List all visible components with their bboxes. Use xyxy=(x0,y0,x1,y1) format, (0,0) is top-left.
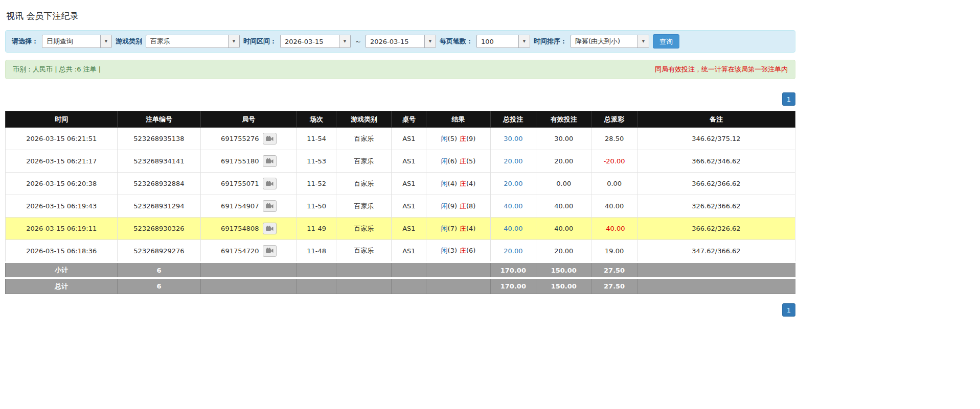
query-type-label: 请选择： xyxy=(12,37,38,46)
cell-note: 366.62/346.62 xyxy=(637,150,795,173)
video-camera-icon xyxy=(266,136,274,142)
player-result-label: 闲 xyxy=(441,157,448,165)
cell-game-type: 百家乐 xyxy=(336,218,392,240)
date-range-separator: ~ xyxy=(354,38,362,45)
player-result-label: 闲 xyxy=(441,225,448,232)
cell-game-type: 百家乐 xyxy=(336,150,392,173)
cell-payout: -20.00 xyxy=(591,150,637,173)
cell-time: 2026-03-15 06:19:43 xyxy=(6,195,118,218)
table-row: 2026-03-15 06:18:36 523268929276 6917547… xyxy=(6,240,795,262)
banker-result-score: (9) xyxy=(466,135,475,142)
cell-payout: 0.00 xyxy=(591,173,637,195)
cell-session: 11-49 xyxy=(297,218,336,240)
total-bet-link[interactable]: 40.00 xyxy=(504,225,522,232)
cell-bet-id: 523268935138 xyxy=(118,128,200,150)
cell-time: 2026-03-15 06:18:36 xyxy=(6,240,118,262)
cell-note: 347.62/366.62 xyxy=(637,240,795,262)
date-to-picker[interactable]: 2026-03-15 ▼ xyxy=(366,35,436,48)
cell-total-bet: 20.00 xyxy=(490,173,536,195)
total-bet-link[interactable]: 20.00 xyxy=(504,247,522,255)
subtotal-valid-bet: 150.00 xyxy=(536,262,591,278)
page-button-1[interactable]: 1 xyxy=(782,303,795,317)
player-result-score: (9) xyxy=(448,202,457,210)
cell-bet-id: 523268929276 xyxy=(118,240,200,262)
chevron-down-icon[interactable]: ▼ xyxy=(518,35,530,47)
chevron-down-icon[interactable]: ▼ xyxy=(637,35,649,47)
currency-summary-text: 币别：人民币 | 总共 :6 注单 | xyxy=(13,65,101,74)
game-type-combobox[interactable]: 百家乐 ▼ xyxy=(146,35,240,48)
video-replay-button[interactable] xyxy=(263,223,277,234)
cell-time: 2026-03-15 06:19:11 xyxy=(6,218,118,240)
cell-note: 346.62/375.12 xyxy=(637,128,795,150)
video-camera-icon xyxy=(266,203,274,209)
grand-total-total-bet: 170.00 xyxy=(490,278,536,294)
cell-bet-id: 523268934141 xyxy=(118,150,200,173)
total-bet-link[interactable]: 40.00 xyxy=(504,202,522,210)
cell-note: 366.62/366.62 xyxy=(637,173,795,195)
cell-session: 11-48 xyxy=(297,240,336,262)
cell-result: 闲(3)庄(6) xyxy=(426,240,490,262)
query-type-combobox[interactable]: 日期查询 ▼ xyxy=(42,35,112,48)
total-bet-link[interactable]: 20.00 xyxy=(504,157,522,165)
valid-bet-note-text: 同局有效投注，统一计算在该局第一张注单内 xyxy=(655,65,788,74)
cell-round-id: 691754907 xyxy=(200,195,297,218)
total-bet-link[interactable]: 20.00 xyxy=(504,180,522,187)
video-replay-button[interactable] xyxy=(263,178,277,189)
date-range-label: 时间区间： xyxy=(243,37,277,46)
page-size-combobox[interactable]: 100 ▼ xyxy=(476,35,530,48)
cell-total-bet: 20.00 xyxy=(490,150,536,173)
cell-total-bet: 30.00 xyxy=(490,128,536,150)
chevron-down-icon[interactable]: ▼ xyxy=(339,35,350,47)
cell-table-no: AS1 xyxy=(392,150,426,173)
header-time: 时间 xyxy=(6,111,118,128)
cell-round-id: 691755180 xyxy=(200,150,297,173)
date-from-picker[interactable]: 2026-03-15 ▼ xyxy=(280,35,351,48)
chevron-down-icon[interactable]: ▼ xyxy=(228,35,239,47)
total-bet-link[interactable]: 30.00 xyxy=(504,135,522,142)
round-id-text: 691754808 xyxy=(221,225,259,232)
cell-table-no: AS1 xyxy=(392,128,426,150)
cell-round-id: 691755276 xyxy=(200,128,297,150)
round-id-text: 691755071 xyxy=(221,180,259,187)
banker-result-label: 庄 xyxy=(460,225,466,232)
video-replay-button[interactable] xyxy=(263,200,277,212)
cell-payout: 28.50 xyxy=(591,128,637,150)
chevron-down-icon[interactable]: ▼ xyxy=(424,35,436,47)
video-camera-icon xyxy=(266,248,274,254)
empty-cell xyxy=(392,262,426,278)
page-button-1[interactable]: 1 xyxy=(782,92,795,106)
cell-result: 闲(4)庄(4) xyxy=(426,173,490,195)
search-button[interactable]: 查询 xyxy=(653,34,679,49)
round-id-text: 691755276 xyxy=(221,135,259,142)
banker-result-score: (6) xyxy=(466,247,475,254)
cell-valid-bet: 20.00 xyxy=(536,150,591,173)
banker-result-score: (8) xyxy=(466,202,475,210)
pagination-top: 1 xyxy=(5,92,795,106)
filter-bar: 请选择： 日期查询 ▼ 游戏类别 百家乐 ▼ 时间区间： 2026-03-15 … xyxy=(5,30,795,53)
empty-cell xyxy=(426,262,490,278)
chevron-down-icon[interactable]: ▼ xyxy=(100,35,111,47)
cell-valid-bet: 40.00 xyxy=(536,218,591,240)
table-row: 2026-03-15 06:21:51 523268935138 6917552… xyxy=(6,128,795,150)
video-camera-icon xyxy=(266,158,274,164)
cell-time: 2026-03-15 06:21:51 xyxy=(6,128,118,150)
banker-result-score: (5) xyxy=(466,157,475,165)
video-replay-button[interactable] xyxy=(263,155,277,167)
pagination-bottom: 1 xyxy=(5,303,795,317)
player-result-label: 闲 xyxy=(441,247,448,254)
cell-game-type: 百家乐 xyxy=(336,128,392,150)
cell-result: 闲(6)庄(5) xyxy=(426,150,490,173)
video-replay-button[interactable] xyxy=(263,245,277,257)
empty-cell xyxy=(297,262,336,278)
cell-time: 2026-03-15 06:21:17 xyxy=(6,150,118,173)
empty-cell xyxy=(200,278,297,294)
time-sort-combobox[interactable]: 降冪(由大到小) ▼ xyxy=(571,35,649,48)
header-bet-id: 注单编号 xyxy=(118,111,200,128)
time-sort-value: 降冪(由大到小) xyxy=(571,35,637,47)
video-replay-button[interactable] xyxy=(263,133,277,145)
date-to-value: 2026-03-15 xyxy=(366,35,424,47)
page-size-value: 100 xyxy=(477,35,518,47)
empty-cell xyxy=(637,278,795,294)
page-size-label: 每页笔数： xyxy=(440,37,473,46)
table-row: 2026-03-15 06:20:38 523268932884 6917550… xyxy=(6,173,795,195)
